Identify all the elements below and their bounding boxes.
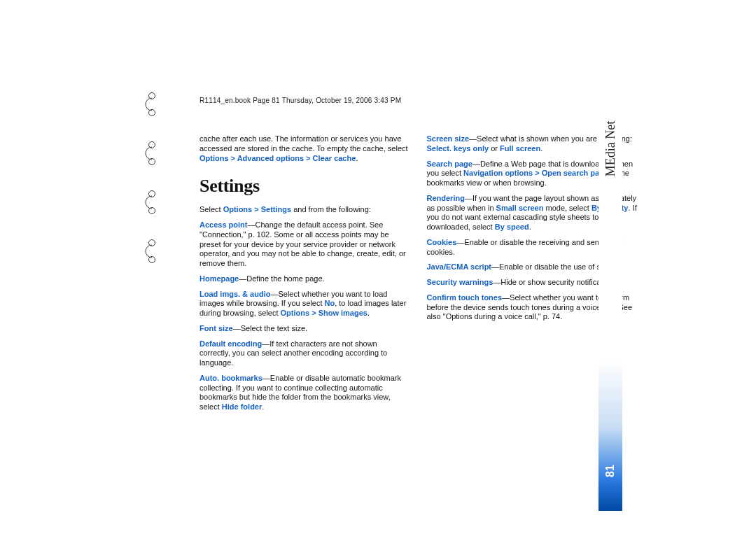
para-access-point: Access point—Change the default access p… (200, 220, 410, 269)
binder-holes (144, 92, 172, 288)
para-homepage: Homepage—Define the home page. (200, 274, 410, 284)
manual-page: R1114_en.book Page 81 Thursday, October … (0, 0, 756, 534)
page-number: 81 (604, 465, 617, 477)
para-font-size: Font size—Select the text size. (200, 324, 410, 334)
content-columns: cache after each use. The information or… (200, 134, 637, 418)
side-tab: MEdia Net 81 (598, 133, 622, 511)
para-select-options: Select Options > Settings and from the f… (200, 205, 410, 215)
heading-settings: Settings (200, 176, 410, 197)
section-label: MEdia Net (603, 121, 618, 176)
left-column: cache after each use. The information or… (200, 134, 410, 418)
para-load-imgs: Load imgs. & audio—Select whether you wa… (200, 290, 410, 318)
para-default-encoding: Default encoding—If text characters are … (200, 339, 410, 368)
para-auto-bookmarks: Auto. bookmarks—Enable or disable automa… (200, 374, 410, 412)
page-header-meta: R1114_en.book Page 81 Thursday, October … (200, 97, 622, 104)
para-cache: cache after each use. The information or… (200, 134, 410, 163)
